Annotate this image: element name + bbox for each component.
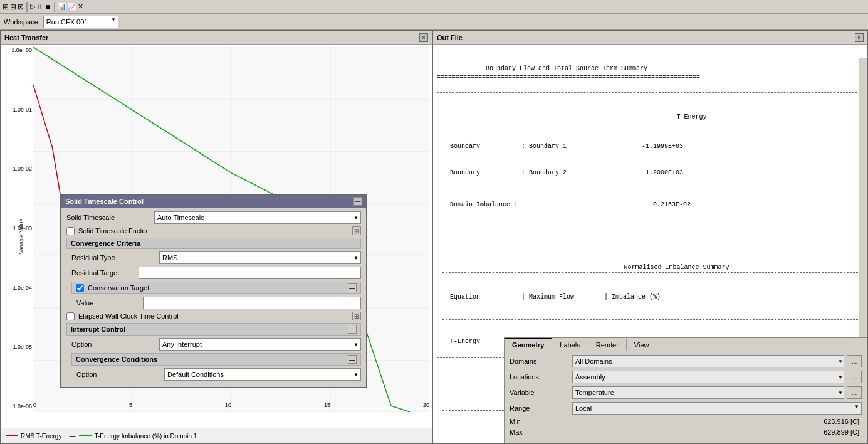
convergence-conditions-body: Option Default Conditions <box>71 368 361 381</box>
variable-select-wrapper[interactable]: Temperature ... <box>572 386 862 399</box>
convergence-conditions-section: Convergence Conditions — <box>71 353 361 366</box>
workspace-dropdown-wrapper[interactable]: Run CFX 001 <box>43 16 118 28</box>
tab-labels[interactable]: Labels <box>552 338 588 351</box>
legend-label-rms: RMS T-Energy <box>21 433 61 440</box>
locations-select[interactable]: Assembly <box>572 371 844 383</box>
convergence-conditions-title: Convergence Conditions <box>76 356 157 363</box>
variable-label: Variable <box>510 389 572 396</box>
dialog-close-button[interactable]: — <box>353 197 362 206</box>
out-section-title: Boundary Flow and Total Source Term Summ… <box>437 65 647 72</box>
toolbar-icon-2: ⊟ <box>10 3 16 11</box>
locations-label: Locations <box>510 373 572 381</box>
solid-timescale-select[interactable]: Auto Timescale <box>154 211 361 224</box>
solid-timescale-factor-collapse[interactable]: ⊞ <box>352 226 361 235</box>
conservation-target-collapse[interactable]: — <box>348 283 357 292</box>
residual-type-select[interactable]: RMS <box>159 251 361 264</box>
domains-select[interactable]: All Domains <box>572 355 844 367</box>
conditions-option-label: Option <box>76 371 164 378</box>
locations-select-wrapper[interactable]: Assembly ... <box>572 371 862 383</box>
tab-render[interactable]: Render <box>588 338 627 351</box>
solid-timescale-row: Solid Timescale Auto Timescale <box>66 211 361 224</box>
legend-label-imbalance: T-Energy Imbalance (%) in Domain 1 <box>94 433 197 440</box>
x-tick-20: 20 <box>423 402 429 412</box>
max-value: 629.899 [C] <box>572 428 862 436</box>
t-energy-imbalance: Domain Imbalance : 0.2153E-02 <box>442 198 858 209</box>
right-panel-content-wrapper: ========================================… <box>433 45 867 443</box>
conditions-option-select-wrapper[interactable]: Default Conditions <box>164 368 361 381</box>
geo-body: Domains All Domains ... Locations <box>505 351 867 443</box>
normalised-title: Normalised Imbalance Summary <box>442 263 858 273</box>
norm-headers: Equation | Maximum Flow | Imbalance (%) <box>442 293 858 302</box>
toolbar-separator <box>26 2 28 12</box>
norm-separator <box>442 319 858 320</box>
solid-timescale-dialog: Solid Timescale Control — Solid Timescal… <box>60 194 367 388</box>
residual-target-row: Residual Target 1.E-4 <box>71 267 361 279</box>
interrupt-option-label: Option <box>71 341 159 348</box>
convergence-criteria-body: Residual Type RMS Residual Target 1.E-4 <box>66 251 361 309</box>
elapsed-wall-clock-collapse[interactable]: ⊞ <box>352 312 361 320</box>
right-panel-close-button[interactable]: × <box>855 33 864 42</box>
t-energy-box: T-Energy Boundary : Boundary 1 -1.1999E+… <box>437 92 864 221</box>
elapsed-wall-clock-checkbox[interactable] <box>66 312 75 320</box>
legend-item-rms: RMS T-Energy <box>6 433 61 440</box>
domains-select-wrapper[interactable]: All Domains ... <box>572 355 862 367</box>
toolbar-icon-6: ⏹ <box>44 3 51 11</box>
convergence-criteria-section: Convergence Criteria <box>66 238 361 249</box>
right-panel-title: Out File <box>437 34 463 41</box>
toolbar-close-icon: ✕ <box>78 3 83 11</box>
x-tick-0: 0 <box>33 402 36 412</box>
value-input[interactable]: 0.0001 <box>143 297 361 309</box>
residual-target-input[interactable]: 1.E-4 <box>139 267 361 279</box>
solid-timescale-select-wrapper[interactable]: Auto Timescale <box>154 211 361 224</box>
residual-type-label: Residual Type <box>71 254 159 262</box>
tab-geometry[interactable]: Geometry <box>505 338 552 351</box>
max-label: Max <box>510 428 572 436</box>
range-row: Range Local <box>510 402 862 415</box>
convergence-criteria-title: Convergence Criteria <box>71 240 140 247</box>
range-select[interactable]: Local <box>572 402 862 415</box>
elapsed-wall-clock-label: Elapsed Wall Clock Time Control <box>78 312 179 320</box>
x-tick-15: 15 <box>324 402 330 412</box>
value-label: Value <box>76 299 143 307</box>
main-area: Heat Transfer × 1.0e+00 1.0e-01 1.0e-02 … <box>0 30 868 444</box>
toolbar-icon-3: ⊠ <box>18 3 24 11</box>
dialog-titlebar: Solid Timescale Control — <box>61 195 366 208</box>
toolbar-icon-7: 📊 <box>58 3 66 11</box>
solid-timescale-factor-checkbox[interactable] <box>66 227 75 235</box>
variable-dots-button[interactable]: ... <box>847 386 862 399</box>
convergence-conditions-collapse[interactable]: — <box>348 355 357 364</box>
conditions-option-select[interactable]: Default Conditions <box>164 368 361 381</box>
max-row: Max 629.899 [C] <box>510 428 862 436</box>
interrupt-control-collapse[interactable]: — <box>348 325 357 334</box>
conservation-target-checkbox[interactable] <box>76 284 84 292</box>
y-axis-label: Variable Value <box>18 218 24 254</box>
interrupt-option-select-wrapper[interactable]: Any Interrupt <box>159 338 361 351</box>
toolbar-separator-2 <box>54 2 55 12</box>
workspace-dropdown[interactable]: Run CFX 001 <box>43 16 118 28</box>
conservation-target-section: Conservation Target — <box>71 282 361 294</box>
domains-dots-button[interactable]: ... <box>847 355 862 367</box>
value-row: Value 0.0001 <box>76 297 361 309</box>
dialog-title: Solid Timescale Control <box>65 198 144 205</box>
residual-type-row: Residual Type RMS <box>71 251 361 264</box>
min-value: 625.916 [C] <box>572 418 862 425</box>
dialog-content: Solid Timescale Auto Timescale Solid Tim… <box>61 208 366 387</box>
toolbar-icon-1: ⊞ <box>3 3 9 11</box>
y-tick-1: 1.0e+00 <box>11 47 32 53</box>
variable-select[interactable]: Temperature <box>572 386 844 399</box>
variable-row: Variable Temperature ... <box>510 386 862 399</box>
conservation-target-label: Conservation Target <box>88 284 149 292</box>
min-label: Min <box>510 418 572 425</box>
range-select-wrapper[interactable]: Local <box>572 402 862 415</box>
chart-footer: RMS T-Energy — T-Energy Imbalance (%) in… <box>1 428 432 443</box>
t-energy-title: T-Energy <box>442 113 858 122</box>
toolbar-icon-5: ⏸ <box>36 3 43 11</box>
y-tick-6: 1.0e-05 <box>13 344 32 350</box>
locations-dots-button[interactable]: ... <box>847 371 862 383</box>
solid-timescale-label: Solid Timescale <box>66 214 154 221</box>
tab-view[interactable]: View <box>627 338 657 351</box>
interrupt-option-select[interactable]: Any Interrupt <box>159 338 361 351</box>
residual-type-select-wrapper[interactable]: RMS <box>159 251 361 264</box>
left-panel-close-button[interactable]: × <box>419 33 428 42</box>
out-separator-1: ========================================… <box>437 56 700 63</box>
